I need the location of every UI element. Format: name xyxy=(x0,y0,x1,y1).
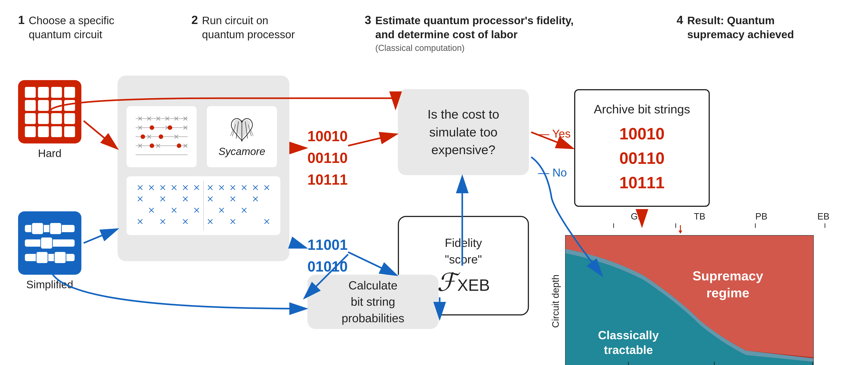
archive-title: Archive bit strings xyxy=(594,101,690,117)
step-3-text: Estimate quantum processor's fidelity,an… xyxy=(375,15,574,40)
steps-header: 1 Choose a specificquantum circuit 2 Run… xyxy=(18,13,850,53)
svg-text:tractable: tractable xyxy=(604,343,653,357)
step-3-number: 3 xyxy=(365,13,371,26)
processor-box: Sycamore xyxy=(118,76,289,261)
blue-bit-2: 01010 xyxy=(307,256,348,277)
svg-point-62 xyxy=(150,143,154,148)
svg-point-57 xyxy=(150,125,154,130)
svg-point-59 xyxy=(168,125,172,130)
fidelity-label: Fidelity"score" xyxy=(445,235,482,268)
svg-rect-15 xyxy=(64,126,75,137)
proc-circuit-blue xyxy=(127,176,280,235)
archive-bits: 10010 00110 10111 xyxy=(619,121,664,195)
svg-point-61 xyxy=(177,143,181,148)
step-2: 2 Run circuit onquantum processor xyxy=(191,13,365,42)
label-eb: EB xyxy=(817,212,829,222)
svg-line-147 xyxy=(348,134,396,146)
step-2-number: 2 xyxy=(191,13,198,26)
svg-line-148 xyxy=(291,243,305,248)
svg-rect-12 xyxy=(25,126,36,137)
step-2-text: Run circuit onquantum processor xyxy=(202,13,295,42)
supremacy-text: Supremacy xyxy=(692,269,763,283)
simplified-circuit-icon xyxy=(23,220,77,266)
svg-rect-11 xyxy=(64,113,75,124)
label-tb: TB xyxy=(694,212,705,222)
chart-y-label: Circuit depth xyxy=(550,275,561,328)
svg-marker-131 xyxy=(679,231,682,234)
chart-container: Circuit depth xyxy=(565,235,859,365)
step-1-number: 1 xyxy=(18,13,25,26)
svg-rect-22 xyxy=(36,252,48,263)
simplified-circuit-wrapper: Simplified xyxy=(18,212,81,291)
svg-text:regime: regime xyxy=(706,285,749,300)
svg-rect-13 xyxy=(38,126,49,137)
svg-rect-7 xyxy=(64,100,75,111)
red-bit-1: 10010 xyxy=(307,125,348,147)
arrow-to-tb xyxy=(606,225,855,234)
chart-area: GB TB PB EB Circuit depth xyxy=(565,212,859,365)
sycamore-label: Sycamore xyxy=(218,145,265,158)
chart-top-labels: GB TB PB EB xyxy=(606,212,855,222)
svg-rect-2 xyxy=(51,87,62,98)
svg-rect-3 xyxy=(64,87,75,98)
step-4-text: Result: Quantumsupremacy achieved xyxy=(687,13,794,42)
archive-bit-1: 10010 xyxy=(619,121,664,146)
prob-box-text: Calculatebit stringprobabilities xyxy=(342,277,404,327)
no-label: — No xyxy=(538,166,567,179)
label-pb: PB xyxy=(755,212,767,222)
step-3-sub: (Classical computation) xyxy=(375,43,574,53)
svg-rect-9 xyxy=(38,113,49,124)
diagram: Hard Simplified xyxy=(18,71,850,365)
blue-bit-1: 11001 xyxy=(307,234,348,256)
svg-rect-20 xyxy=(50,223,61,234)
step-1: 1 Choose a specificquantum circuit xyxy=(18,13,191,42)
step-1-text: Choose a specificquantum circuit xyxy=(29,13,114,42)
proc-circuit-blue-icon xyxy=(131,181,276,231)
svg-rect-18 xyxy=(25,254,74,261)
cost-box-text: Is the cost tosimulate tooexpensive? xyxy=(428,106,499,159)
svg-line-145 xyxy=(84,229,116,243)
proc-circuit-red xyxy=(127,106,197,167)
proc-circuit-red-icon xyxy=(131,110,192,164)
red-bit-3: 10111 xyxy=(307,169,348,191)
step-4: 4 Result: Quantumsupremacy achieved xyxy=(677,13,850,42)
sycamore-box: Sycamore xyxy=(207,106,277,167)
simplified-circuit-box xyxy=(18,212,81,275)
svg-rect-10 xyxy=(51,113,62,124)
svg-rect-23 xyxy=(54,252,66,263)
svg-rect-1 xyxy=(38,87,49,98)
hard-circuit-box xyxy=(18,80,81,143)
archive-bit-2: 00110 xyxy=(619,146,664,170)
svg-text:Classically: Classically xyxy=(598,329,659,342)
svg-line-151 xyxy=(348,252,396,275)
step-3: 3 Estimate quantum processor's fidelity,… xyxy=(365,13,677,53)
hard-circuit-wrapper: Hard xyxy=(18,80,81,160)
main-container: 1 Choose a specificquantum circuit 2 Run… xyxy=(0,0,868,365)
label-gb: GB xyxy=(631,212,644,222)
sycamore-logo xyxy=(226,116,258,143)
archive-bit-3: 10111 xyxy=(619,170,664,195)
prob-box: Calculatebit stringprobabilities xyxy=(307,275,438,329)
svg-point-58 xyxy=(159,134,163,139)
svg-point-60 xyxy=(141,134,145,139)
fidelity-math: ℱXEB xyxy=(437,268,490,297)
hard-circuit-icon xyxy=(23,85,77,139)
svg-rect-21 xyxy=(41,237,53,249)
svg-rect-4 xyxy=(25,100,36,111)
chart-tick-marks xyxy=(606,223,855,225)
svg-rect-8 xyxy=(25,113,36,124)
svg-rect-0 xyxy=(25,87,36,98)
archive-box: Archive bit strings 10010 00110 10111 xyxy=(574,89,710,207)
svg-rect-6 xyxy=(51,100,62,111)
bit-strings-red: 10010 00110 10111 xyxy=(307,125,348,191)
svg-rect-14 xyxy=(51,126,62,137)
simplified-label: Simplified xyxy=(18,278,81,291)
svg-line-144 xyxy=(84,121,116,148)
svg-rect-19 xyxy=(32,223,43,234)
hard-label: Hard xyxy=(18,147,81,160)
cost-box: Is the cost tosimulate tooexpensive? xyxy=(398,89,529,175)
red-bit-2: 00110 xyxy=(307,147,348,169)
step-4-number: 4 xyxy=(677,13,683,26)
svg-rect-5 xyxy=(38,100,49,111)
chart-svg: Supremacy regime Classically tractable xyxy=(565,235,814,365)
